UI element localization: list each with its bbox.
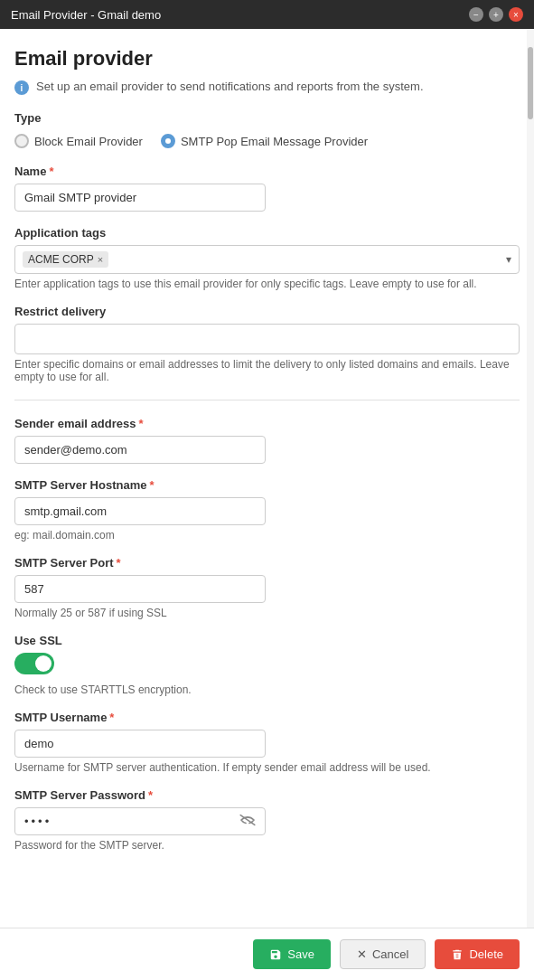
ssl-toggle-container: Use SSL Check to use STARTTLS encryption…: [14, 634, 520, 696]
smtp-password-label: SMTP Server Password *: [14, 788, 520, 802]
application-tags-label: Application tags: [14, 226, 520, 240]
type-radio-group: Block Email Provider SMTP Pop Email Mess…: [14, 134, 520, 148]
smtp-username-field-group: SMTP Username * Username for SMTP server…: [14, 711, 520, 774]
password-field-wrapper: [14, 807, 266, 835]
restrict-delivery-hint: Enter specific domains or email addresse…: [14, 358, 520, 383]
name-field-group: Name *: [14, 165, 520, 212]
restrict-delivery-field-group: Restrict delivery Enter specific domains…: [14, 305, 520, 383]
ssl-toggle-thumb: [35, 655, 52, 672]
dropdown-arrow-icon: ▾: [506, 253, 511, 266]
scrollbar-track[interactable]: [527, 29, 534, 980]
restrict-delivery-input[interactable]: [14, 324, 520, 354]
radio-smtp-circle: [161, 134, 175, 148]
smtp-password-field-group: SMTP Server Password * Password for the …: [14, 788, 520, 852]
window-title: Email Provider - Gmail demo: [11, 8, 161, 22]
radio-smtp[interactable]: SMTP Pop Email Message Provider: [161, 134, 368, 148]
delete-button[interactable]: Delete: [435, 939, 520, 969]
type-label: Type: [14, 111, 520, 125]
page-title: Email provider: [14, 47, 520, 71]
smtp-username-input[interactable]: [14, 730, 266, 758]
smtp-username-label: SMTP Username *: [14, 711, 520, 724]
smtp-port-label: SMTP Server Port *: [14, 556, 520, 570]
sender-email-input[interactable]: [14, 436, 266, 464]
smtp-hostname-field-group: SMTP Server Hostname * eg: mail.domain.c…: [14, 478, 520, 542]
smtp-port-required: *: [117, 556, 121, 570]
smtp-password-required: *: [148, 788, 153, 802]
name-input[interactable]: [14, 184, 266, 212]
smtp-hostname-label: SMTP Server Hostname *: [14, 478, 520, 492]
sender-email-label: Sender email address *: [14, 417, 520, 430]
sender-email-field-group: Sender email address *: [14, 417, 520, 464]
smtp-port-field-group: SMTP Server Port * Normally 25 or 587 if…: [14, 556, 520, 619]
cancel-icon: ✕: [357, 947, 367, 961]
type-section: Type Block Email Provider SMTP Pop Email…: [14, 111, 520, 148]
cancel-button[interactable]: ✕ Cancel: [340, 939, 426, 969]
minimize-button[interactable]: −: [469, 7, 483, 22]
smtp-port-hint: Normally 25 or 587 if using SSL: [14, 607, 520, 619]
application-tags-field-group: Application tags ACME CORP × ▾ Enter app…: [14, 226, 520, 290]
restrict-delivery-label: Restrict delivery: [14, 305, 520, 318]
smtp-hostname-required: *: [149, 478, 154, 492]
ssl-label: Use SSL: [14, 634, 520, 647]
tag-chip-label: ACME CORP: [28, 253, 94, 266]
smtp-port-input[interactable]: [14, 575, 266, 603]
smtp-password-hint: Password for the SMTP server.: [14, 839, 520, 852]
smtp-password-input[interactable]: [14, 807, 266, 835]
radio-block-circle: [14, 134, 29, 148]
tags-hint: Enter application tags to use this email…: [14, 278, 520, 290]
name-required: *: [49, 165, 53, 178]
footer: Save ✕ Cancel Delete: [0, 928, 534, 980]
save-button[interactable]: Save: [253, 939, 331, 969]
title-bar: Email Provider - Gmail demo − + ×: [0, 0, 534, 29]
info-text: Set up an email provider to send notific…: [36, 80, 424, 93]
info-box: i Set up an email provider to send notif…: [14, 80, 520, 95]
maximize-button[interactable]: +: [489, 7, 503, 22]
sender-email-required: *: [138, 417, 143, 430]
ssl-hint: Check to use STARTTLS encryption.: [14, 683, 520, 696]
name-label: Name *: [14, 165, 520, 178]
smtp-username-hint: Username for SMTP server authentication.…: [14, 761, 520, 774]
window-controls: − + ×: [469, 7, 523, 22]
close-button[interactable]: ×: [509, 7, 523, 22]
tag-chip-acme: ACME CORP ×: [23, 251, 108, 268]
radio-block[interactable]: Block Email Provider: [14, 134, 143, 148]
ssl-toggle[interactable]: [14, 653, 54, 674]
smtp-username-required: *: [109, 711, 114, 724]
delete-icon: [451, 948, 464, 961]
password-visibility-toggle-icon[interactable]: [239, 814, 257, 830]
smtp-hostname-input[interactable]: [14, 497, 266, 525]
divider-1: [14, 400, 520, 400]
radio-block-label: Block Email Provider: [34, 135, 143, 148]
scrollbar-thumb[interactable]: [528, 47, 533, 119]
tags-input-container[interactable]: ACME CORP × ▾: [14, 245, 520, 274]
main-content: Email provider i Set up an email provide…: [0, 29, 534, 938]
smtp-hostname-hint: eg: mail.domain.com: [14, 529, 520, 542]
save-icon: [269, 948, 282, 961]
info-icon: i: [14, 80, 29, 95]
radio-smtp-label: SMTP Pop Email Message Provider: [181, 135, 368, 148]
tag-remove-acme[interactable]: ×: [98, 254, 103, 265]
